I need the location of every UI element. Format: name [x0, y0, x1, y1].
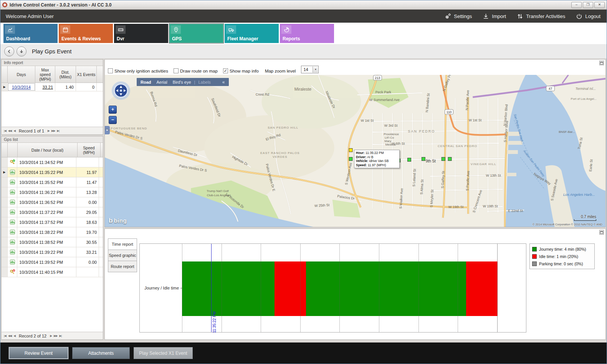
logout-button[interactable]: Logout — [576, 13, 600, 20]
gps-marker[interactable] — [422, 157, 425, 161]
pager-prev-page-button[interactable]: ◀◀ — [8, 129, 12, 132]
pager-first-button[interactable]: |◀ — [4, 334, 6, 338]
tab-time-report[interactable]: Time report — [108, 238, 137, 250]
map-area[interactable]: 21311047 MiralesteCrest RdBurma RdSouthf… — [105, 75, 605, 227]
nav-tab-dashboard[interactable]: Dashboard — [3, 24, 58, 43]
days-cell[interactable]: 10/3/2014 — [8, 83, 35, 91]
checkbox-box[interactable]: ✓ — [223, 68, 228, 73]
nav-tab-fleet-manager[interactable]: Fleet Manager — [225, 24, 279, 43]
gps-speed-cell: 13.28 — [76, 187, 99, 197]
gps-speed-cell: 18.63 — [76, 217, 99, 227]
map-toolbar-collapse[interactable]: « — [222, 79, 225, 85]
pager-next-button[interactable]: ▶ — [50, 334, 52, 338]
show-only-ignition-activities-checkbox[interactable]: Show only ignition activities — [108, 68, 168, 73]
pager-next-page-button[interactable]: ▶▶ — [54, 334, 58, 338]
map-view-birds-eye[interactable]: Bird's eye — [173, 80, 191, 84]
pager-last-button[interactable]: ▶| — [60, 334, 62, 338]
settings-button[interactable]: Settings — [445, 13, 472, 20]
gps-marker-selected[interactable] — [349, 149, 352, 152]
col-max-speed[interactable]: Max speed (MPH) — [35, 66, 55, 83]
pager-prev-page-button[interactable]: ◀◀ — [8, 334, 12, 338]
map-view-labels[interactable]: Labels — [198, 80, 210, 84]
map-compass-control[interactable] — [111, 80, 131, 101]
import-button[interactable]: Import — [483, 13, 506, 20]
nav-tab-gps[interactable]: GPS — [169, 24, 223, 43]
gps-list-row[interactable]: 10/3/2014 11:39:52 PM0.00 — [2, 257, 103, 267]
chart-panel-collapse-button[interactable] — [599, 230, 604, 235]
map-zoom-out-button[interactable]: − — [109, 116, 117, 124]
attachments-button[interactable]: Attachments — [72, 347, 130, 359]
tab-speed-graphic[interactable]: Speed graphic — [108, 250, 137, 261]
map-zoom-value: 14 — [303, 67, 308, 72]
map-zoom-select[interactable]: 14 ▼ — [301, 66, 319, 73]
map-view-aerial[interactable]: Aerial — [157, 80, 167, 84]
gps-list-row[interactable]: ▶10/3/2014 11:35:22 PM11.97 — [2, 167, 103, 177]
map-label: VINEGAR HILL — [471, 162, 496, 166]
maximize-button[interactable]: ❐ — [583, 2, 593, 8]
gps-marker[interactable] — [442, 157, 445, 161]
gps-list-row[interactable]: 10/3/2014 11:38:22 PM19.70 — [2, 227, 103, 237]
pager-next-page-button[interactable]: ▶▶ — [51, 129, 55, 132]
nav-tab-dvr[interactable]: Dvr — [114, 24, 168, 43]
gps-icon — [8, 217, 18, 227]
info-report-row[interactable]: ▶ 10/3/2014 33.21 1.40 0 — [2, 83, 103, 91]
col-x1-events[interactable]: X1 Events — [76, 66, 97, 83]
gps-list-row[interactable]: 10/3/2014 11:36:52 PM0.00 — [2, 197, 103, 207]
nav-tab-reports[interactable]: Reports — [280, 24, 334, 43]
gps-list-row[interactable]: 10/3/2014 11:35:52 PM11.47 — [2, 177, 103, 187]
tab-route-report[interactable]: Route report — [108, 261, 137, 272]
gps-list-header: Date / hour (local) Speed (MPH) — [2, 143, 103, 157]
row-indicator — [2, 227, 8, 237]
gps-list-row[interactable]: 10/3/2014 11:38:52 PM30.55 — [2, 237, 103, 247]
review-event-button[interactable]: Review Event — [9, 347, 68, 359]
fleet-icon — [226, 25, 236, 34]
nav-tab-events-reviews[interactable]: Events & Reviews — [59, 24, 113, 43]
col-datetime[interactable]: Date / hour (local) — [18, 143, 78, 157]
events-icon — [60, 25, 70, 34]
gps-marker[interactable] — [407, 158, 411, 162]
gps-datetime-cell: 10/3/2014 11:35:52 PM — [17, 177, 76, 187]
info-report-panel: Info report Days Max speed (MPH) Dist. (… — [1, 59, 103, 135]
gps-list-row[interactable]: 10/3/2014 11:37:22 PM29.05 — [2, 207, 103, 217]
map-view-road[interactable]: Road — [141, 80, 151, 84]
checkbox-box[interactable] — [108, 68, 113, 73]
gps-list-row[interactable]: 10/3/2014 11:36:22 PM13.28 — [2, 187, 103, 197]
nav-tab-label: Fleet Manager — [227, 36, 258, 41]
map-scale-bar — [574, 219, 596, 221]
map-label: Port of Los Angel... — [571, 97, 597, 101]
close-button[interactable]: ✕ — [594, 2, 605, 8]
legend-item: Idle time: 1 min (20%) — [532, 253, 592, 260]
draw-route-on-map-checkbox[interactable]: Draw route on map — [174, 68, 218, 73]
map-panel-collapse-button[interactable] — [599, 61, 604, 65]
gps-list-row[interactable]: 10/3/2014 11:37:52 PM18.63 — [2, 217, 103, 227]
col-days[interactable]: Days — [8, 66, 35, 83]
checkbox-box[interactable] — [174, 68, 179, 73]
max-speed-cell[interactable]: 33.21 — [35, 83, 55, 91]
highway-shield-label: 47 — [549, 87, 552, 91]
current-time-line[interactable] — [211, 244, 212, 332]
transfer-activities-button[interactable]: Transfer Activities — [517, 13, 565, 20]
gps-list-row[interactable]: 10/3/2014 11:39:22 PM33.21 — [2, 247, 103, 257]
pager-prev-button[interactable]: ◀ — [13, 129, 15, 132]
col-dist[interactable]: Dist. (Miles) — [55, 66, 76, 83]
back-button[interactable] — [4, 46, 14, 56]
show-map-info-checkbox[interactable]: ✓Show map info — [223, 68, 259, 73]
col-speed[interactable]: Speed (MPH) — [78, 143, 101, 157]
down-button[interactable] — [17, 46, 26, 56]
gps-marker[interactable] — [349, 157, 352, 161]
pager-prev-button[interactable]: ◀ — [13, 334, 15, 338]
checkbox-label: Draw route on map — [180, 69, 218, 73]
map-label: 9th St — [426, 159, 436, 163]
gps-list-title: Gps list — [2, 136, 103, 143]
map-side-handle[interactable]: ▸ — [105, 126, 110, 134]
minimize-button[interactable]: – — [571, 2, 582, 8]
map-zoom-in-button[interactable]: + — [109, 106, 117, 114]
pager-first-button[interactable]: |◀ — [4, 129, 6, 132]
gps-list-row[interactable]: 10/3/2014 11:40:15 PM — [2, 267, 103, 277]
pager-next-button[interactable]: ▶ — [48, 129, 50, 132]
gps-icon — [8, 187, 18, 197]
gps-marker[interactable] — [448, 157, 452, 161]
gps-speed-cell: 19.70 — [76, 227, 99, 237]
gps-list-row[interactable]: 10/3/2014 11:34:52 PM — [2, 157, 103, 167]
pager-last-button[interactable]: ▶| — [57, 129, 59, 132]
